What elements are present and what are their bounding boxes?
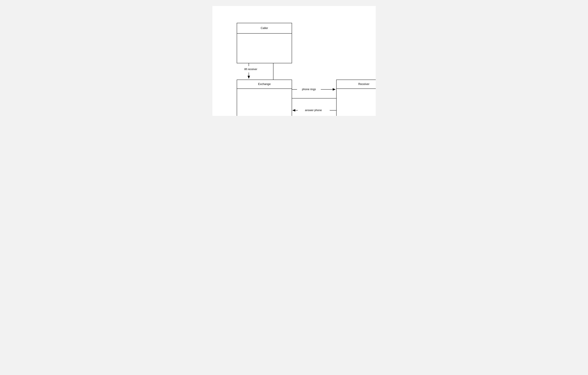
diagram-svg: Caller Exchange Receiver lift receiver p… xyxy=(212,6,376,116)
node-receiver-title: Receiver xyxy=(358,83,369,85)
edge-lift-receiver: lift receiver xyxy=(244,63,257,79)
svg-rect-4 xyxy=(336,80,376,116)
diagram-canvas: Caller Exchange Receiver lift receiver p… xyxy=(212,6,376,116)
node-receiver: Receiver xyxy=(336,80,376,116)
edge-lift-receiver-label: lift receiver xyxy=(244,68,257,71)
edge-answer-phone: answer phone xyxy=(292,109,336,112)
node-caller: Caller xyxy=(237,23,292,63)
edge-phone-rings-label: phone rings xyxy=(302,88,316,91)
edge-answer-phone-label: answer phone xyxy=(305,109,322,112)
node-exchange: Exchange xyxy=(237,80,292,116)
node-caller-title: Caller xyxy=(261,26,268,30)
svg-marker-14 xyxy=(292,109,295,112)
svg-marker-8 xyxy=(248,76,250,79)
svg-marker-11 xyxy=(333,88,336,91)
edge-phone-rings: phone rings xyxy=(292,88,336,91)
node-exchange-title: Exchange xyxy=(258,83,271,85)
